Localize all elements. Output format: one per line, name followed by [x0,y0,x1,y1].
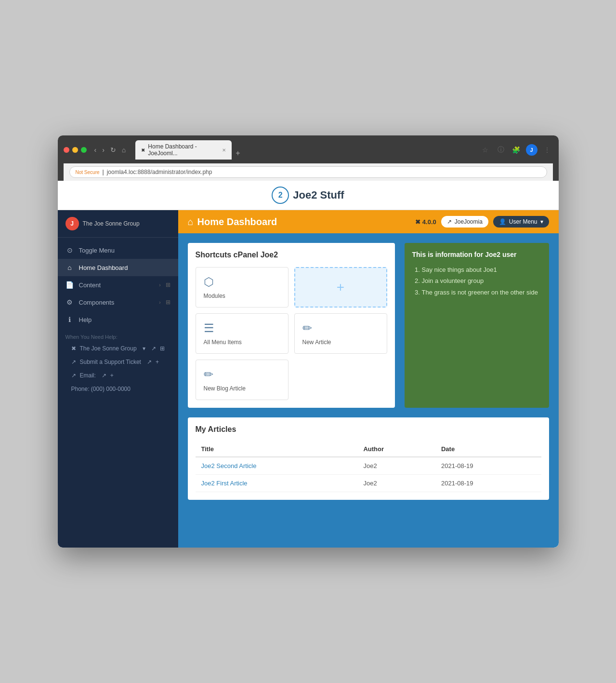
browser-controls: ‹ › ↻ ⌂ ✖ Home Dashboard - JoeJooml... ✕… [64,140,553,160]
sidebar-brand: J The Joe Sonne Group [58,210,178,238]
sidebar-item-email[interactable]: ↗ Email: ↗ + [58,369,178,382]
article-date-1: 2021-08-19 [435,457,541,475]
sidebar: J The Joe Sonne Group ⊙ Toggle Menu ⌂ Ho… [58,210,178,548]
nav-buttons: ‹ › ↻ ⌂ [92,145,128,155]
modules-icon: ⬡ [204,275,214,289]
shortcuts-panel: Shortcuts cPanel Joe2 ⬡ Modules + [188,243,395,408]
col-date: Date [435,442,541,457]
user-menu-avatar-icon: 👤 [499,218,506,225]
sidebar-phone: Phone: (000) 000-0000 [58,382,178,396]
tab-close-icon[interactable]: ✕ [222,147,226,153]
shortcut-all-menu-items[interactable]: ☰ All Menu Items [196,313,288,354]
minimize-traffic-light[interactable] [72,147,78,153]
app-container: 2 Joe2 Stuff J The Joe Sonne Group ⊙ Tog… [58,181,559,548]
fullscreen-traffic-light[interactable] [81,147,87,153]
col-title: Title [196,442,358,457]
info-button[interactable]: ⓘ [495,144,507,156]
new-blog-article-label: New Blog Article [204,385,246,392]
brand-label: The Joe Sonne Group [83,220,140,227]
user-menu-chevron-icon: ▾ [540,218,543,225]
sidebar-item-help[interactable]: ℹ Help [58,311,178,328]
new-article-label: New Article [302,339,331,346]
articles-header-row: Title Author Date [196,442,541,457]
version-badge: ✖ 4.0.0 [415,218,436,226]
articles-table-header: Title Author Date [196,442,541,457]
logo-circle: 2 [272,187,289,204]
sidebar-item-content[interactable]: 📄 Content › ⊞ [58,276,178,294]
joe-sonne-grid-icon[interactable]: ⊞ [160,345,165,352]
email-add-icon[interactable]: + [110,372,114,379]
address-bar[interactable]: Not Secure | joomla4.loc:8888/administra… [69,166,547,178]
modules-label: Modules [204,293,225,299]
forward-button[interactable]: › [100,145,106,155]
info-list: Say nice things about Joe1 Join a volunt… [412,264,541,298]
table-row: Joe2 First Article Joe2 2021-08-19 [196,475,541,492]
shortcuts-panel-title: Shortcuts cPanel Joe2 [196,251,387,259]
logo-text: Joe2 Stuff [293,189,344,201]
active-tab[interactable]: ✖ Home Dashboard - JoeJooml... ✕ [135,140,232,160]
menu-button[interactable]: ⋮ [541,144,553,156]
close-traffic-light[interactable] [64,147,69,153]
sidebar-section-when-you-need-help: When You Need Help: [58,328,178,342]
joejoomia-button[interactable]: ↗ JoeJoomia [441,216,488,228]
page-header: ⌂ Home Dashboard ✖ 4.0.0 ↗ JoeJoomia 👤 U… [178,210,559,233]
articles-panel: My Articles Title Author Date [188,417,549,500]
user-menu-button[interactable]: 👤 User Menu ▾ [493,216,549,228]
components-grid-icon[interactable]: ⊞ [166,299,170,306]
new-article-icon: ✏ [302,321,312,335]
joe-sonne-external-icon[interactable]: ↗ [151,345,156,352]
content-top-row: Shortcuts cPanel Joe2 ⬡ Modules + [188,243,549,408]
shortcut-modules[interactable]: ⬡ Modules [196,267,288,308]
page-title: ⌂ Home Dashboard [188,216,277,228]
new-blog-article-icon: ✏ [204,368,213,381]
traffic-lights [64,147,87,153]
sidebar-item-home-dashboard[interactable]: ⌂ Home Dashboard [58,259,178,276]
submit-ticket-external-icon[interactable]: ↗ [147,359,152,365]
article-author-1: Joe2 [357,457,435,475]
back-button[interactable]: ‹ [92,145,99,155]
article-link-1[interactable]: Joe2 Second Article [201,462,257,469]
components-arrow-icon: › [159,300,160,305]
info-panel: This is information for Joe2 user Say ni… [405,243,549,408]
user-menu-label: User Menu [509,218,537,225]
new-tab-button[interactable]: + [232,147,244,160]
submit-ticket-add-icon[interactable]: + [156,359,159,365]
main-content: Shortcuts cPanel Joe2 ⬡ Modules + [178,233,559,509]
shortcut-new-blog-article[interactable]: ✏ New Blog Article [196,360,288,400]
submit-ticket-label: Submit a Support Ticket [80,359,141,365]
app-logo: 2 Joe2 Stuff [272,187,344,204]
articles-panel-title: My Articles [196,425,541,434]
all-menu-items-icon: ☰ [204,321,214,335]
reload-button[interactable]: ↻ [108,145,118,155]
components-label: Components [79,299,155,306]
joe-sonne-group-icon: ✖ [71,345,76,352]
joejoomia-icon: ↗ [447,218,452,225]
sidebar-item-joe-sonne-group[interactable]: ✖ The Joe Sonne Group ▾ ↗ ⊞ [58,342,178,355]
security-indicator: Not Secure [76,170,100,175]
tab-title: Home Dashboard - JoeJooml... [148,143,219,157]
browser-actions: ☆ ⓘ 🧩 J ⋮ [480,144,553,156]
content-arrow-icon: › [159,282,160,288]
shortcuts-grid: ⬡ Modules + ☰ All Menu Ite [196,267,387,400]
email-external-icon[interactable]: ↗ [102,372,106,379]
articles-table-body: Joe2 Second Article Joe2 2021-08-19 Joe2… [196,457,541,492]
sidebar-item-submit-ticket[interactable]: ↗ Submit a Support Ticket ↗ + [58,355,178,369]
bookmark-button[interactable]: ☆ [480,144,491,156]
content-grid-icon[interactable]: ⊞ [166,281,170,288]
toggle-menu-icon: ⊙ [66,246,74,254]
shortcut-new-article[interactable]: ✏ New Article [294,313,387,354]
extensions-button[interactable]: 🧩 [511,144,522,156]
components-icon: ⚙ [66,298,74,306]
page-title-icon: ⌂ [188,216,194,228]
content-icon: 📄 [66,281,74,289]
browser-chrome: ‹ › ↻ ⌂ ✖ Home Dashboard - JoeJooml... ✕… [58,135,559,181]
joe-sonne-group-label: The Joe Sonne Group [80,345,137,352]
sidebar-item-components[interactable]: ⚙ Components › ⊞ [58,294,178,311]
sidebar-item-toggle-menu[interactable]: ⊙ Toggle Menu [58,241,178,259]
home-button[interactable]: ⌂ [120,145,128,155]
article-date-2: 2021-08-19 [435,475,541,492]
user-avatar-button[interactable]: J [526,144,537,156]
home-dashboard-label: Home Dashboard [79,264,170,271]
article-link-2[interactable]: Joe2 First Article [201,480,248,487]
shortcut-add[interactable]: + [294,267,387,308]
